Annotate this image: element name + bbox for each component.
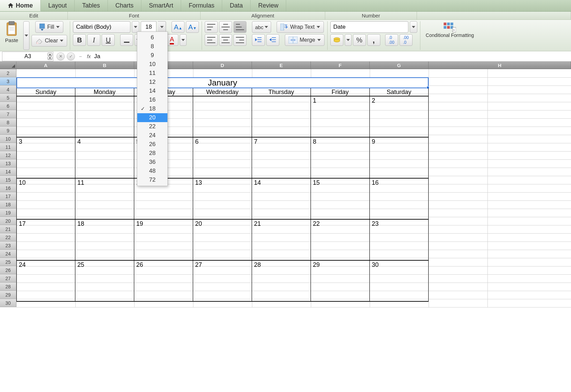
- name-box-stepper[interactable]: ▲▼: [48, 53, 52, 60]
- row-header-12[interactable]: 12: [0, 151, 16, 159]
- row-header-11[interactable]: 11: [0, 143, 16, 151]
- font-size-input[interactable]: 18: [141, 21, 156, 33]
- conditional-formatting-button[interactable]: ≤ Conditional Formatting: [423, 21, 477, 39]
- fill-button[interactable]: Fill: [35, 21, 63, 33]
- size-option-9[interactable]: 9: [137, 51, 167, 60]
- tab-review[interactable]: Review: [251, 0, 286, 11]
- size-option-22[interactable]: 22: [137, 122, 167, 131]
- calendar-cell[interactable]: 16: [370, 179, 429, 219]
- calendar-cell[interactable]: 23: [370, 220, 429, 260]
- calendar-cell[interactable]: 20: [193, 220, 252, 260]
- calendar-cell[interactable]: 10: [16, 179, 75, 219]
- calendar-cell[interactable]: 19: [134, 220, 193, 260]
- align-middle-button[interactable]: [219, 21, 232, 33]
- calendar-cell[interactable]: 15: [311, 179, 370, 219]
- size-option-8[interactable]: 8: [137, 42, 167, 51]
- row-header-21[interactable]: 21: [0, 225, 16, 233]
- row-header-19[interactable]: 19: [0, 209, 16, 217]
- day-header[interactable]: Sunday: [16, 88, 75, 96]
- decrease-indent-button[interactable]: [252, 34, 265, 46]
- size-option-28[interactable]: 28: [137, 149, 167, 158]
- decrease-decimal-button[interactable]: .00.0: [399, 34, 413, 46]
- day-header[interactable]: Friday: [311, 88, 370, 96]
- col-header-F[interactable]: F: [311, 62, 370, 69]
- calendar-cell[interactable]: 7: [252, 138, 311, 178]
- accept-formula-button[interactable]: ✓: [67, 52, 75, 61]
- row-header-6[interactable]: 6: [0, 102, 16, 110]
- row-header-30[interactable]: 30: [0, 299, 16, 307]
- day-header[interactable]: Thursday: [252, 88, 311, 96]
- day-header[interactable]: Wednesday: [193, 88, 252, 96]
- currency-dropdown[interactable]: [345, 34, 352, 46]
- row-header-3[interactable]: 3: [0, 77, 16, 86]
- col-header-H[interactable]: H: [429, 62, 571, 69]
- calendar-cell[interactable]: [193, 96, 252, 137]
- calendar-cell[interactable]: 4: [75, 138, 134, 178]
- font-size-dropdown-list[interactable]: 6891011121416182022242628364872: [137, 31, 168, 186]
- increase-decimal-button[interactable]: .0.00: [385, 34, 398, 46]
- tab-charts[interactable]: Charts: [108, 0, 141, 11]
- calendar-cell[interactable]: [252, 96, 311, 137]
- grow-font-button[interactable]: A▲: [172, 21, 185, 33]
- col-header-B[interactable]: B: [75, 62, 134, 69]
- calendar-cell[interactable]: [16, 96, 75, 137]
- number-format-dropdown[interactable]: [410, 21, 417, 33]
- calendar-cell[interactable]: 30: [370, 261, 429, 301]
- paste-dropdown[interactable]: [23, 21, 29, 50]
- formula-builder-button[interactable]: –: [77, 53, 84, 60]
- paste-button[interactable]: Paste: [2, 21, 21, 43]
- row-header-5[interactable]: 5: [0, 94, 16, 102]
- cells-area[interactable]: January SundayMondayTuesdayWednesdayThur…: [16, 69, 571, 307]
- calendar-cell[interactable]: 13: [193, 179, 252, 219]
- font-color-dropdown[interactable]: [180, 34, 187, 46]
- size-option-36[interactable]: 36: [137, 158, 167, 167]
- calendar-cell[interactable]: 14: [252, 179, 311, 219]
- align-center-button[interactable]: [219, 34, 232, 46]
- align-left-button[interactable]: [205, 34, 218, 46]
- align-right-button[interactable]: [233, 34, 246, 46]
- tab-tables[interactable]: Tables: [75, 0, 108, 11]
- size-option-20[interactable]: 20: [137, 113, 167, 122]
- size-option-10[interactable]: 10: [137, 60, 167, 69]
- size-option-26[interactable]: 26: [137, 140, 167, 149]
- row-header-20[interactable]: 20: [0, 217, 16, 225]
- calendar-cell[interactable]: [75, 96, 134, 137]
- row-header-13[interactable]: 13: [0, 159, 16, 168]
- size-option-16[interactable]: 16: [137, 95, 167, 104]
- border-button[interactable]: [120, 34, 133, 46]
- calendar-cell[interactable]: 24: [16, 261, 75, 301]
- name-box[interactable]: A3 ▲▼: [2, 52, 53, 61]
- row-header-28[interactable]: 28: [0, 283, 16, 291]
- cancel-formula-button[interactable]: ✕: [56, 52, 65, 61]
- row-header-25[interactable]: 25: [0, 258, 16, 266]
- row-header-4[interactable]: 4: [0, 86, 16, 94]
- calendar-title-cell[interactable]: January: [16, 77, 429, 88]
- size-option-72[interactable]: 72: [137, 175, 167, 184]
- day-header[interactable]: Saturday: [370, 88, 429, 96]
- font-size-dropdown[interactable]: [158, 21, 166, 33]
- size-option-11[interactable]: 11: [137, 69, 167, 78]
- increase-indent-button[interactable]: [266, 34, 279, 46]
- row-header-18[interactable]: 18: [0, 200, 16, 209]
- calendar-cell[interactable]: 11: [75, 179, 134, 219]
- size-option-6[interactable]: 6: [137, 33, 167, 42]
- row-header-26[interactable]: 26: [0, 266, 16, 274]
- underline-button[interactable]: U: [102, 34, 115, 46]
- row-header-10[interactable]: 10: [0, 135, 16, 143]
- tab-data[interactable]: Data: [222, 0, 251, 11]
- comma-button[interactable]: ,: [367, 34, 380, 46]
- row-header-15[interactable]: 15: [0, 176, 16, 184]
- number-format-combo[interactable]: Date: [330, 21, 408, 33]
- wrap-text-button[interactable]: Wrap Text: [277, 21, 323, 33]
- tab-formulas[interactable]: Formulas: [181, 0, 222, 11]
- calendar-cell[interactable]: 27: [193, 261, 252, 301]
- row-header-29[interactable]: 29: [0, 291, 16, 299]
- row-header-27[interactable]: 27: [0, 274, 16, 283]
- row-header-9[interactable]: 9: [0, 127, 16, 135]
- merge-button[interactable]: Merge: [285, 34, 324, 46]
- orientation-button[interactable]: abc: [252, 21, 271, 33]
- row-header-23[interactable]: 23: [0, 241, 16, 250]
- row-header-17[interactable]: 17: [0, 192, 16, 200]
- select-all-corner[interactable]: [0, 62, 16, 69]
- day-header[interactable]: Monday: [75, 88, 134, 96]
